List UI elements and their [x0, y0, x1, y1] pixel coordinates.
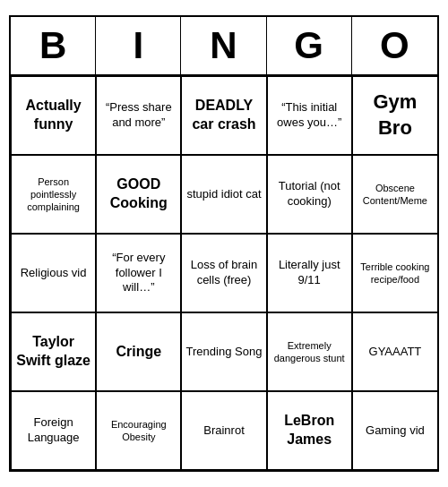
- cell-text: Terrible cooking recipe/food: [357, 261, 434, 286]
- bingo-cell: Obscene Content/Meme: [352, 155, 437, 234]
- header-letter: I: [96, 17, 181, 74]
- cell-text: Foreign Language: [15, 415, 91, 446]
- cell-text: Literally just 9/11: [271, 258, 348, 288]
- cell-text: Brainrot: [203, 423, 245, 439]
- bingo-cell: Tutorial (not cooking): [267, 155, 352, 234]
- cell-text: Trending Song: [186, 345, 263, 360]
- bingo-cell: Foreign Language: [11, 391, 96, 470]
- cell-text: Encouraging Obesity: [100, 418, 177, 444]
- cell-text: Religious vid: [21, 266, 87, 281]
- bingo-grid: Actually funny“Press share and more”DEAD…: [11, 76, 437, 470]
- bingo-cell: Extremely dangerous stunt: [267, 312, 352, 391]
- header-letter: G: [267, 17, 352, 74]
- bingo-cell: Terrible cooking recipe/food: [352, 234, 437, 312]
- cell-text: Gaming vid: [366, 423, 425, 439]
- cell-text: LeBron James: [271, 412, 348, 449]
- bingo-cell: Trending Song: [181, 312, 266, 391]
- bingo-cell: Taylor Swift glaze: [11, 312, 96, 391]
- cell-text: Cringe: [116, 343, 161, 362]
- cell-text: “Press share and more”: [100, 100, 177, 131]
- cell-text: Obscene Content/Meme: [357, 182, 434, 208]
- cell-text: DEADLY car crash: [185, 97, 262, 134]
- cell-text: Extremely dangerous stunt: [271, 339, 348, 365]
- bingo-header: BINGO: [11, 17, 437, 76]
- bingo-cell: GYAAATT: [352, 312, 437, 391]
- cell-text: Gym Bro: [357, 90, 434, 141]
- bingo-cell: “This initial owes you…”: [267, 76, 352, 155]
- bingo-cell: Brainrot: [181, 391, 266, 470]
- bingo-cell: GOOD Cooking: [96, 155, 181, 234]
- bingo-cell: Gaming vid: [352, 391, 437, 470]
- bingo-cell: “For every follower I will…”: [96, 234, 181, 312]
- bingo-cell: Religious vid: [11, 234, 96, 312]
- cell-text: stupid idiot cat: [186, 187, 261, 202]
- cell-text: Actually funny: [15, 97, 91, 134]
- bingo-cell: LeBron James: [267, 391, 352, 470]
- cell-text: “For every follower I will…”: [100, 251, 177, 296]
- bingo-cell: Literally just 9/11: [267, 234, 352, 312]
- bingo-cell: Gym Bro: [352, 76, 437, 155]
- header-letter: O: [352, 17, 437, 74]
- bingo-cell: Encouraging Obesity: [96, 391, 181, 470]
- bingo-cell: DEADLY car crash: [181, 76, 266, 155]
- bingo-cell: “Press share and more”: [96, 76, 181, 155]
- cell-text: Tutorial (not cooking): [271, 179, 348, 209]
- cell-text: “This initial owes you…”: [271, 100, 348, 131]
- header-letter: B: [11, 17, 96, 74]
- bingo-cell: Loss of brain cells (free): [181, 234, 266, 312]
- header-letter: N: [181, 17, 266, 74]
- cell-text: GYAAATT: [369, 345, 422, 360]
- bingo-cell: stupid idiot cat: [181, 155, 266, 234]
- cell-text: Taylor Swift glaze: [15, 333, 91, 371]
- bingo-cell: Actually funny: [11, 76, 96, 155]
- cell-text: GOOD Cooking: [100, 175, 177, 213]
- bingo-card: BINGO Actually funny“Press share and mor…: [9, 15, 439, 472]
- cell-text: Loss of brain cells (free): [185, 258, 262, 288]
- bingo-cell: Person pointlessly complaining: [11, 155, 96, 234]
- bingo-cell: Cringe: [96, 312, 181, 391]
- cell-text: Person pointlessly complaining: [15, 175, 91, 214]
